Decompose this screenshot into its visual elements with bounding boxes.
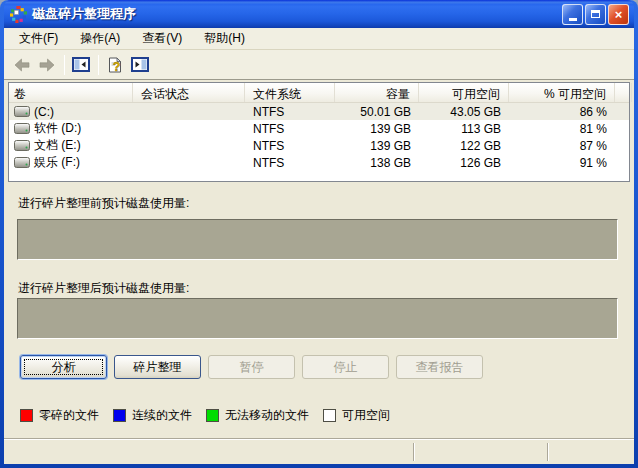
file-system: NTFS (245, 122, 335, 136)
column-header-volume[interactable]: 卷 (9, 83, 133, 102)
defragment-button[interactable]: 碎片整理 (114, 355, 201, 379)
statusbar-separator (413, 443, 415, 461)
file-system: NTFS (245, 105, 335, 119)
percent-free: 91 % (509, 156, 615, 170)
legend-label: 无法移动的文件 (225, 407, 309, 424)
free-space-swatch (323, 409, 336, 422)
stop-button[interactable]: 停止 (302, 355, 389, 379)
analyze-button[interactable]: 分析 (20, 355, 107, 379)
legend-label: 连续的文件 (132, 407, 192, 424)
drive-icon (14, 157, 30, 168)
percent-free: 86 % (509, 105, 615, 119)
console-tree-icon (72, 57, 90, 72)
menu-file[interactable]: 文件(F) (12, 28, 65, 49)
action-button-row: 分析 碎片整理 暂停 停止 查看报告 (20, 355, 483, 379)
action-pane-icon (131, 57, 149, 72)
menu-bar: 文件(F) 操作(A) 查看(V) 帮助(H) (4, 28, 634, 50)
column-header-percent-free[interactable]: % 可用空间 (509, 83, 615, 102)
column-header-free-space[interactable]: 可用空间 (419, 83, 509, 102)
capacity: 139 GB (335, 122, 419, 136)
help-button[interactable]: ? (103, 54, 127, 76)
app-window: 磁盘碎片整理程序 × 文件(F) 操作(A) 查看(V) 帮助(H) (0, 0, 638, 468)
console-tree-button[interactable] (69, 54, 93, 76)
maximize-button[interactable] (585, 4, 606, 25)
capacity: 139 GB (335, 139, 419, 153)
volume-name: (C:) (34, 105, 54, 119)
column-header-filler (615, 83, 632, 102)
menu-view[interactable]: 查看(V) (135, 28, 189, 49)
svg-text:?: ? (113, 60, 120, 73)
capacity: 138 GB (335, 156, 419, 170)
legend-item-unmovable: 无法移动的文件 (206, 407, 309, 424)
drive-icon (14, 140, 30, 151)
free-space: 113 GB (419, 122, 509, 136)
volume-name: 娱乐 (F:) (34, 154, 80, 171)
window-title: 磁盘碎片整理程序 (32, 5, 136, 23)
action-pane-button[interactable] (128, 54, 152, 76)
after-usage-bar (17, 298, 618, 339)
drive-icon (14, 106, 30, 117)
toolbar: ? (4, 50, 634, 80)
percent-free: 81 % (509, 122, 615, 136)
contiguous-files-swatch (113, 409, 126, 422)
legend-item-free-space: 可用空间 (323, 407, 390, 424)
minimize-button[interactable] (562, 4, 583, 25)
table-row-drive-e[interactable]: 文档 (E:) NTFS 139 GB 122 GB 87 % (9, 137, 629, 154)
back-arrow-icon (14, 58, 30, 72)
before-usage-bar (17, 219, 618, 260)
forward-arrow-icon (39, 58, 55, 72)
file-system: NTFS (245, 156, 335, 170)
close-button[interactable]: × (608, 4, 629, 25)
defrag-panel: 进行碎片整理前预计磁盘使用量: 进行碎片整理后预计磁盘使用量: 分析 碎片整理 … (4, 183, 634, 436)
legend-label: 零碎的文件 (39, 407, 99, 424)
volume-name: 文档 (E:) (34, 137, 81, 154)
column-header-capacity[interactable]: 容量 (335, 83, 419, 102)
menu-help[interactable]: 帮助(H) (197, 28, 252, 49)
legend-label: 可用空间 (342, 407, 390, 424)
free-space: 43.05 GB (419, 105, 509, 119)
legend-item-fragmented: 零碎的文件 (20, 407, 99, 424)
legend-item-contiguous: 连续的文件 (113, 407, 192, 424)
free-space: 126 GB (419, 156, 509, 170)
column-header-session-status[interactable]: 会话状态 (133, 83, 245, 102)
minimize-icon (569, 18, 577, 21)
client-area: 文件(F) 操作(A) 查看(V) 帮助(H) (4, 28, 634, 464)
table-row-drive-d[interactable]: 软件 (D:) NTFS 139 GB 113 GB 81 % (9, 120, 629, 137)
close-icon: × (615, 8, 623, 21)
capacity: 50.01 GB (335, 105, 419, 119)
statusbar-separator (547, 443, 549, 461)
table-row-drive-f[interactable]: 娱乐 (F:) NTFS 138 GB 126 GB 91 % (9, 154, 629, 171)
fragmented-files-swatch (20, 409, 33, 422)
view-report-button[interactable]: 查看报告 (396, 355, 483, 379)
pause-button[interactable]: 暂停 (208, 355, 295, 379)
volume-list: 卷 会话状态 文件系统 容量 可用空间 % 可用空间 (C:) NTFS 50.… (8, 82, 630, 182)
status-bar (4, 440, 634, 464)
free-space: 122 GB (419, 139, 509, 153)
percent-free: 87 % (509, 139, 615, 153)
forward-button[interactable] (35, 54, 59, 76)
toolbar-separator (64, 55, 65, 75)
menu-action[interactable]: 操作(A) (73, 28, 127, 49)
volume-list-header: 卷 会话状态 文件系统 容量 可用空间 % 可用空间 (9, 83, 629, 103)
after-usage-label: 进行碎片整理后预计磁盘使用量: (18, 280, 189, 297)
before-usage-label: 进行碎片整理前预计磁盘使用量: (18, 195, 189, 212)
title-bar[interactable]: 磁盘碎片整理程序 × (4, 0, 634, 28)
table-row-drive-c[interactable]: (C:) NTFS 50.01 GB 43.05 GB 86 % (9, 103, 629, 120)
column-header-file-system[interactable]: 文件系统 (245, 83, 335, 102)
back-button[interactable] (10, 54, 34, 76)
drive-icon (14, 123, 30, 134)
toolbar-separator-2 (98, 55, 99, 75)
unmovable-files-swatch (206, 409, 219, 422)
volume-name: 软件 (D:) (34, 120, 81, 137)
maximize-icon (591, 10, 600, 18)
defrag-app-icon[interactable] (10, 6, 27, 23)
legend: 零碎的文件 连续的文件 无法移动的文件 可用空间 (20, 407, 404, 424)
help-icon: ? (107, 57, 123, 73)
file-system: NTFS (245, 139, 335, 153)
